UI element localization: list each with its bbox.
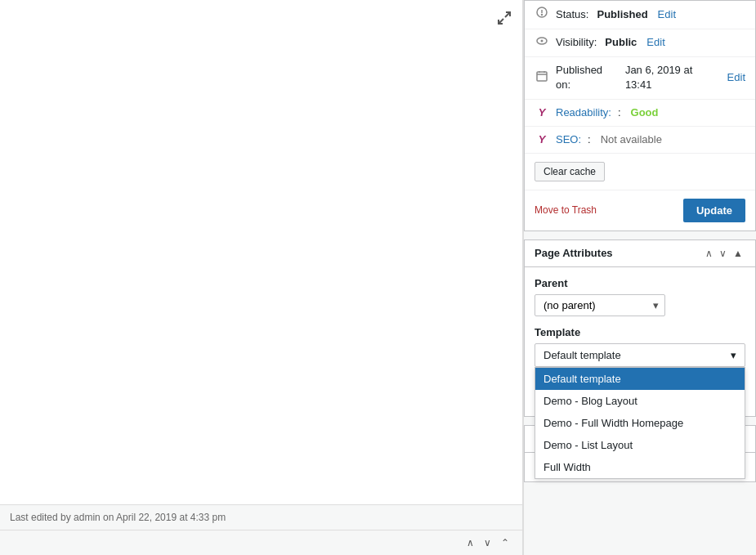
parent-select-wrapper: (no parent) ▾: [535, 294, 665, 316]
parent-field-group: Parent (no parent) ▾: [535, 277, 745, 316]
status-value: Published: [597, 7, 647, 22]
eye-icon: [535, 35, 549, 51]
template-option-default[interactable]: Default template: [535, 368, 745, 390]
svg-point-6: [541, 39, 544, 42]
template-selected-value: Default template: [544, 349, 621, 361]
move-to-trash-link[interactable]: Move to Trash: [535, 204, 597, 216]
arrow-down-btn[interactable]: ∨: [481, 535, 494, 550]
meta-actions: Clear cache: [525, 154, 755, 190]
svg-rect-7: [537, 72, 547, 81]
box-minimize-btn[interactable]: ▲: [731, 247, 745, 260]
template-option-blog[interactable]: Demo - Blog Layout: [535, 390, 745, 412]
published-edit-link[interactable]: Edit: [727, 70, 745, 85]
publish-actions: Move to Trash Update: [525, 190, 755, 231]
seo-row: Y SEO:: Not available: [525, 127, 755, 154]
calendar-icon: [535, 70, 549, 87]
template-dropdown-wrapper: Default template ▾ Default template Demo…: [535, 343, 745, 367]
status-label: Status:: [556, 7, 588, 22]
status-row: Status: Published Edit: [525, 1, 755, 29]
clear-cache-button[interactable]: Clear cache: [535, 162, 605, 181]
box-controls: ∧ ∨ ▲: [703, 247, 745, 260]
expand-icon[interactable]: [494, 8, 514, 28]
editor-canvas: [0, 0, 522, 504]
seo-value: Not available: [601, 132, 662, 147]
readability-value: Good: [631, 105, 659, 120]
last-edited-text: Last edited by admin on April 22, 2019 a…: [10, 512, 226, 523]
page-attributes-content: Parent (no parent) ▾ Template Default te…: [525, 267, 755, 416]
editor-bottom-bar: ∧ ∨ ⌃: [0, 530, 522, 555]
template-option-fullwidth-home[interactable]: Demo - Full Width Homepage: [535, 412, 745, 434]
status-icon: [535, 7, 549, 23]
parent-select[interactable]: (no parent): [535, 294, 665, 316]
box-collapse-up-btn[interactable]: ∧: [703, 247, 715, 260]
status-edit-link[interactable]: Edit: [658, 7, 676, 22]
template-chevron-icon: ▾: [731, 349, 736, 361]
arrow-top-btn[interactable]: ⌃: [498, 535, 512, 550]
page-attributes-header: Page Attributes ∧ ∨ ▲: [525, 240, 755, 267]
visibility-edit-link[interactable]: Edit: [646, 35, 664, 50]
published-row: Published on: Jan 6, 2019 at 13:41 Edit: [525, 57, 755, 99]
visibility-label: Visibility:: [556, 35, 597, 50]
svg-point-4: [542, 15, 543, 16]
template-dropdown: Default template Demo - Blog Layout Demo…: [535, 367, 745, 479]
page-attributes-title: Page Attributes: [535, 247, 613, 259]
template-select-button[interactable]: Default template ▾: [535, 343, 745, 367]
readability-row: Y Readability:: Good: [525, 100, 755, 127]
seo-icon: Y: [535, 132, 549, 147]
sidebar: Status: Published Edit Visibility: Publi…: [523, 0, 756, 555]
readability-icon: Y: [535, 105, 549, 120]
update-button[interactable]: Update: [683, 199, 745, 222]
arrow-up-btn[interactable]: ∧: [463, 535, 477, 550]
editor-footer: Last edited by admin on April 22, 2019 a…: [0, 504, 522, 530]
template-label: Template: [535, 326, 745, 338]
template-option-fullwidth[interactable]: Full Width: [535, 456, 745, 478]
publish-metabox: Status: Published Edit Visibility: Publi…: [524, 0, 756, 231]
visibility-value: Public: [605, 35, 637, 50]
editor-area: Last edited by admin on April 22, 2019 a…: [0, 0, 523, 555]
template-option-list[interactable]: Demo - List Layout: [535, 434, 745, 456]
template-field-group: Template Default template ▾ Default temp…: [535, 326, 745, 396]
readability-link[interactable]: Readability:: [556, 105, 611, 120]
page-attributes-box: Page Attributes ∧ ∨ ▲ Parent (no parent)…: [524, 239, 756, 417]
visibility-row: Visibility: Public Edit: [525, 29, 755, 58]
readability-colon: :: [618, 105, 621, 120]
seo-link[interactable]: SEO:: [556, 132, 581, 147]
published-label: Published on:: [556, 63, 617, 92]
published-value: Jan 6, 2019 at 13:41: [625, 63, 718, 92]
box-collapse-down-btn[interactable]: ∨: [717, 247, 729, 260]
parent-label: Parent: [535, 277, 745, 289]
